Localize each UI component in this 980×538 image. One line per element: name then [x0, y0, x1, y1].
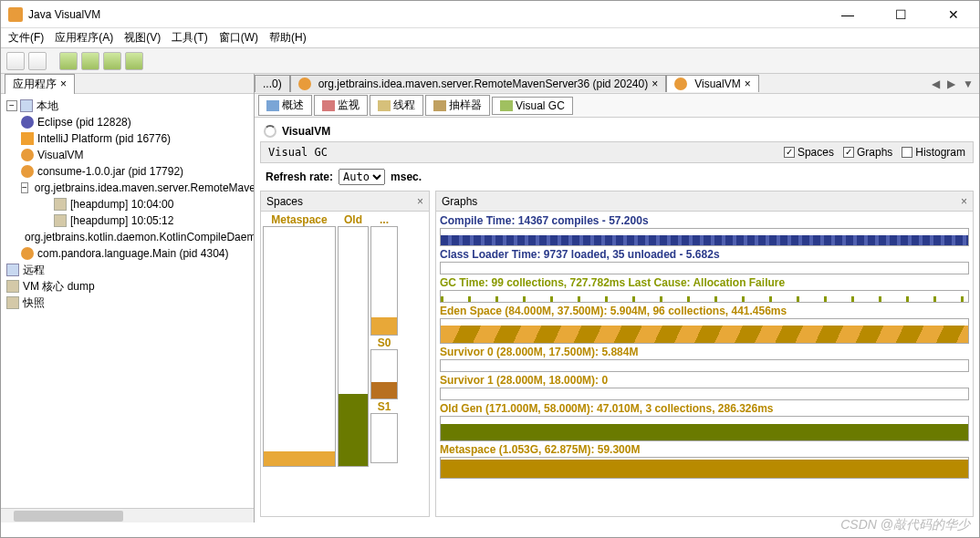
- spaces-title: Spaces: [266, 195, 303, 208]
- s1-label: S1: [378, 400, 391, 413]
- toolbar-button-4[interactable]: [81, 52, 99, 70]
- sidebar-tab-apps[interactable]: 应用程序 ×: [5, 74, 75, 94]
- meta-graph-label: Metaspace (1.053G, 62.875M): 59.300M: [440, 442, 969, 457]
- title-bar: Java VisualVM — ☐ ✕: [1, 1, 979, 28]
- tree-node-heapdump2[interactable]: [heapdump] 10:05:12: [5, 212, 250, 229]
- toolbar-button-3[interactable]: [59, 52, 78, 70]
- checkbox-spaces[interactable]: ✓Spaces: [784, 146, 834, 159]
- toolbar-button-5[interactable]: [103, 52, 121, 70]
- subtab-monitor[interactable]: 监视: [314, 95, 368, 116]
- subtab-sampler[interactable]: 抽样器: [425, 95, 490, 116]
- minimize-button[interactable]: —: [829, 7, 866, 22]
- s0-bar: [370, 349, 398, 399]
- sub-tabs: 概述 监视 线程 抽样器 Visual GC: [255, 94, 979, 118]
- old-bar: [338, 226, 369, 467]
- remote-icon: [6, 264, 19, 276]
- java-icon: [21, 165, 34, 178]
- tree-node-heapdump1[interactable]: [heapdump] 10:04:00: [5, 196, 250, 212]
- oldgen-label: Old Gen (171.000M, 58.000M): 47.010M, 3 …: [440, 401, 969, 416]
- toolbar: [1, 48, 979, 74]
- metaspace-label: Metaspace: [271, 213, 327, 226]
- page-headline: VisualVM: [255, 118, 979, 141]
- menu-file[interactable]: 文件(F): [8, 30, 44, 46]
- collapse-icon[interactable]: −: [6, 100, 17, 111]
- menu-apps[interactable]: 应用程序(A): [55, 30, 113, 46]
- tree-node-maven[interactable]: −org.jetbrains.idea.maven.server.RemoteM…: [5, 180, 250, 196]
- java-icon: [298, 78, 311, 90]
- tab-maven[interactable]: org.jetbrains.idea.maven.server.RemoteMa…: [290, 75, 667, 92]
- app-tree[interactable]: −本地 Eclipse (pid 12828) IntelliJ Platfor…: [1, 94, 254, 508]
- tree-node-intellij[interactable]: IntelliJ Platform (pid 16776): [5, 130, 250, 147]
- subtab-overview[interactable]: 概述: [258, 95, 312, 116]
- scrollbar-thumb[interactable]: [14, 511, 123, 522]
- visualgc-icon: [500, 100, 513, 111]
- menu-help[interactable]: 帮助(H): [269, 30, 307, 46]
- tree-node-coredump[interactable]: VM 核心 dump: [5, 278, 250, 295]
- sidebar: 应用程序 × −本地 Eclipse (pid 12828) IntelliJ …: [1, 74, 255, 522]
- tab-list-icon[interactable]: ▼: [963, 78, 974, 90]
- oldgen-chart: [440, 416, 969, 441]
- tab-visualvm[interactable]: VisualVM×: [666, 75, 758, 92]
- refresh-select[interactable]: Auto: [339, 169, 385, 185]
- toolbar-button-2[interactable]: [28, 52, 47, 70]
- toolbar-button-6[interactable]: [125, 52, 143, 70]
- window-title: Java VisualVM: [28, 8, 829, 21]
- metaspace-bar: [263, 226, 336, 467]
- headline-text: VisualVM: [282, 125, 330, 138]
- java-icon: [21, 247, 34, 260]
- tree-node-eclipse[interactable]: Eclipse (pid 12828): [5, 114, 250, 130]
- eden-bar: [370, 226, 398, 336]
- visualgc-label: Visual GC: [268, 146, 328, 159]
- tree-node-visualvm[interactable]: VisualVM: [5, 147, 250, 163]
- tab-1[interactable]: ...0): [255, 75, 290, 92]
- subtab-threads[interactable]: 线程: [370, 95, 423, 116]
- coredump-icon: [6, 280, 19, 293]
- close-icon[interactable]: ×: [652, 78, 658, 90]
- menu-window[interactable]: 窗口(W): [219, 30, 258, 46]
- subtab-visualgc[interactable]: Visual GC: [492, 97, 573, 115]
- tree-node-local[interactable]: −本地: [5, 98, 250, 114]
- tree-node-snapshot[interactable]: 快照: [5, 295, 250, 311]
- heapdump-icon: [54, 198, 67, 211]
- app-icon: [8, 7, 23, 22]
- tree-node-consume[interactable]: consume-1.0.0.jar (pid 17792): [5, 163, 250, 180]
- toolbar-button-1[interactable]: [6, 52, 25, 70]
- tab-prev-icon[interactable]: ◀: [932, 78, 940, 90]
- threads-icon: [378, 100, 391, 111]
- close-icon[interactable]: ×: [961, 195, 967, 208]
- spinner-icon: [264, 125, 276, 138]
- refresh-label: Refresh rate:: [266, 171, 333, 183]
- heapdump-icon: [54, 214, 67, 227]
- window-controls: — ☐ ✕: [829, 7, 972, 22]
- collapse-icon[interactable]: −: [21, 182, 28, 193]
- tree-node-remote[interactable]: 远程: [5, 262, 250, 278]
- visualgc-bar: Visual GC ✓Spaces ✓Graphs Histogram: [260, 141, 974, 163]
- tree-node-pandora[interactable]: com.pandora.language.Main (pid 4304): [5, 245, 250, 262]
- scrollbar-horizontal[interactable]: [1, 508, 254, 522]
- refresh-unit: msec.: [391, 171, 422, 183]
- sampler-icon: [433, 100, 446, 111]
- close-icon[interactable]: ×: [745, 78, 751, 90]
- close-icon[interactable]: ×: [60, 78, 67, 90]
- graphs-panel: Graphs× Compile Time: 14367 compiles - 5…: [435, 191, 974, 517]
- menu-view[interactable]: 视图(V): [124, 30, 161, 46]
- intellij-icon: [21, 132, 34, 145]
- menu-tools[interactable]: 工具(T): [172, 30, 207, 46]
- sidebar-tab-label: 应用程序: [13, 77, 57, 92]
- sidebar-tabs: 应用程序 ×: [1, 74, 254, 94]
- checkbox-histogram[interactable]: Histogram: [902, 146, 965, 159]
- close-icon[interactable]: ×: [417, 195, 423, 208]
- checkbox-graphs[interactable]: ✓Graphs: [843, 146, 892, 159]
- classloader-chart: [440, 262, 969, 274]
- overview-icon: [266, 100, 279, 111]
- s0-chart: [440, 359, 969, 372]
- watermark: CSDN @敲代码的华少: [840, 517, 970, 533]
- tab-next-icon[interactable]: ▶: [947, 78, 955, 90]
- s1-bar: [370, 413, 398, 463]
- computer-icon: [20, 99, 33, 112]
- compile-label: Compile Time: 14367 compiles - 57.200s: [440, 213, 969, 228]
- maximize-button[interactable]: ☐: [882, 7, 919, 22]
- close-button[interactable]: ✕: [935, 7, 972, 22]
- eden-label: Eden Space (84.000M, 37.500M): 5.904M, 9…: [440, 304, 969, 318]
- tree-node-kotlin[interactable]: org.jetbrains.kotlin.daemon.KotlinCompil…: [5, 229, 250, 245]
